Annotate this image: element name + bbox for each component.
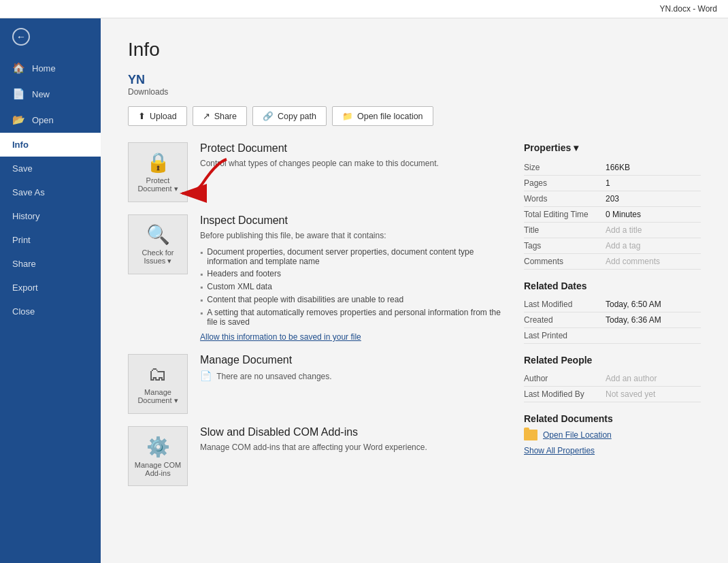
com-addins-title: Slow and Disabled COM Add-ins — [200, 426, 503, 438]
check-issues-button[interactable]: 🔍 Check for Issues ▾ — [128, 214, 188, 274]
page-title: Info — [128, 39, 701, 61]
inspect-document-title: Inspect Document — [200, 214, 503, 227]
sidebar-item-home[interactable]: 🏠 Home — [0, 55, 101, 81]
prop-value-editing-time: 0 Minutes — [606, 210, 701, 219]
link-icon: 🔗 — [263, 111, 274, 121]
manage-document-content: Manage Document 📄 There are no unsaved c… — [200, 354, 503, 414]
properties-list: Size 166KB Pages 1 Words 203 Total Editi… — [524, 160, 701, 270]
prop-value-created: Today, 6:36 AM — [606, 315, 701, 325]
check-issues-label: Check for Issues ▾ — [142, 248, 173, 266]
prop-label-title: Title — [524, 225, 606, 235]
prop-row-words: Words 203 — [524, 191, 701, 207]
sidebar-item-save[interactable]: Save — [0, 157, 101, 180]
content-columns: 🔒 Protect Document ▾ Protect Docum — [128, 142, 701, 498]
home-icon: 🏠 — [12, 62, 25, 74]
prop-label-author: Author — [524, 374, 606, 383]
left-column: 🔒 Protect Document ▾ Protect Docum — [128, 142, 503, 498]
back-button[interactable]: ← — [0, 18, 101, 55]
prop-value-author[interactable]: Add an author — [606, 374, 701, 383]
prop-row-created: Created Today, 6:36 AM — [524, 312, 701, 328]
related-people-header: Related People — [524, 355, 701, 366]
prop-row-editing-time: Total Editing Time 0 Minutes — [524, 207, 701, 223]
sidebar-item-export[interactable]: Export — [0, 276, 101, 300]
related-doc-item: Open File Location — [524, 430, 701, 440]
prop-row-tags: Tags Add a tag — [524, 238, 701, 254]
prop-label-size: Size — [524, 163, 606, 172]
open-file-location-label: Open file location — [357, 112, 423, 121]
inspect-item-3: Custom XML data — [200, 280, 503, 293]
sidebar-open-label: Open — [32, 115, 54, 125]
prop-label-comments: Comments — [524, 257, 606, 266]
open-icon: 📂 — [12, 114, 25, 126]
prop-value-size: 166KB — [606, 163, 701, 172]
prop-value-tags[interactable]: Add a tag — [606, 241, 701, 251]
sidebar-print-label: Print — [12, 235, 31, 245]
prop-value-title[interactable]: Add a title — [606, 225, 701, 235]
protect-document-button[interactable]: 🔒 Protect Document ▾ — [128, 142, 188, 202]
prop-value-last-printed — [606, 331, 701, 340]
folder-icon-related — [524, 430, 537, 440]
related-dates-header: Related Dates — [524, 280, 701, 291]
com-addins-icon: ⚙️ — [146, 436, 170, 458]
open-file-location-related-link[interactable]: Open File Location — [543, 430, 612, 440]
manage-icon: 🗂 — [148, 363, 167, 385]
lock-icon: 🔒 — [146, 151, 170, 174]
new-icon: 📄 — [12, 88, 25, 100]
manage-com-addins-button[interactable]: ⚙️ Manage COM Add-ins — [128, 426, 188, 486]
sidebar-save-label: Save — [12, 163, 33, 174]
sidebar-item-open[interactable]: 📂 Open — [0, 107, 101, 133]
inspect-item-4: Content that people with disabilities ar… — [200, 293, 503, 306]
upload-button[interactable]: ⬆ Upload — [128, 106, 187, 126]
prop-label-editing-time: Total Editing Time — [524, 210, 606, 219]
share-label: Share — [214, 112, 237, 121]
prop-row-size: Size 166KB — [524, 160, 701, 176]
prop-row-last-modified-by: Last Modified By Not saved yet — [524, 387, 701, 402]
prop-label-pages: Pages — [524, 178, 606, 188]
prop-row-last-modified: Last Modified Today, 6:50 AM — [524, 297, 701, 312]
protect-icon-label: Protect Document ▾ — [137, 176, 178, 193]
sidebar-item-history[interactable]: History — [0, 204, 101, 228]
sidebar-saveas-label: Save As — [12, 187, 45, 197]
prop-row-comments: Comments Add comments — [524, 254, 701, 270]
manage-document-button[interactable]: 🗂 Manage Document ▾ — [128, 354, 188, 414]
prop-value-last-modified-by: Not saved yet — [606, 389, 701, 399]
sidebar-item-info[interactable]: Info — [0, 133, 101, 157]
prop-label-last-printed: Last Printed — [524, 331, 606, 340]
sidebar-export-label: Export — [12, 283, 38, 293]
share-button[interactable]: ↗ Share — [193, 106, 247, 126]
inspect-icon: 🔍 — [146, 223, 170, 246]
prop-value-comments[interactable]: Add comments — [606, 257, 701, 266]
manage-icon-label: Manage Document ▾ — [137, 388, 178, 405]
prop-label-last-modified-by: Last Modified By — [524, 389, 606, 399]
prop-label-tags: Tags — [524, 241, 606, 251]
prop-row-author: Author Add an author — [524, 371, 701, 387]
upload-label: Upload — [150, 112, 177, 121]
show-all-properties-link[interactable]: Show All Properties — [524, 446, 701, 455]
prop-row-pages: Pages 1 — [524, 176, 701, 191]
prop-value-pages: 1 — [606, 178, 701, 188]
open-file-location-button[interactable]: 📁 Open file location — [332, 106, 433, 126]
related-documents-header: Related Documents — [524, 413, 701, 424]
protect-document-desc: Control what types of changes people can… — [200, 159, 503, 168]
protect-document-section: 🔒 Protect Document ▾ Protect Docum — [128, 142, 503, 202]
allow-info-link[interactable]: Allow this information to be saved in yo… — [200, 332, 503, 342]
copy-path-button[interactable]: 🔗 Copy path — [252, 106, 327, 126]
manage-document-section: 🗂 Manage Document ▾ Manage Document 📄 Th… — [128, 354, 503, 414]
com-addins-desc: Manage COM add-ins that are affecting yo… — [200, 443, 503, 452]
sidebar-item-share[interactable]: Share — [0, 252, 101, 276]
manage-document-title: Manage Document — [200, 354, 503, 366]
sidebar-share-label: Share — [12, 259, 36, 269]
inspect-items-list: Document properties, document server pro… — [200, 246, 503, 328]
inspect-document-section: 🔍 Check for Issues ▾ Inspect Document Be… — [128, 214, 503, 342]
title-bar-text: YN.docx - Word — [660, 4, 717, 14]
sidebar-item-print[interactable]: Print — [0, 228, 101, 252]
sidebar-item-saveas[interactable]: Save As — [0, 180, 101, 204]
com-addins-content: Slow and Disabled COM Add-ins Manage COM… — [200, 426, 503, 486]
sidebar-history-label: History — [12, 211, 39, 221]
sidebar-item-new[interactable]: 📄 New — [0, 81, 101, 107]
com-addins-label: Manage COM Add-ins — [135, 461, 181, 477]
com-addins-section: ⚙️ Manage COM Add-ins Slow and Disabled … — [128, 426, 503, 486]
file-name: YN — [128, 73, 701, 87]
sidebar-item-close[interactable]: Close — [0, 300, 101, 323]
file-location: Downloads — [128, 87, 701, 97]
